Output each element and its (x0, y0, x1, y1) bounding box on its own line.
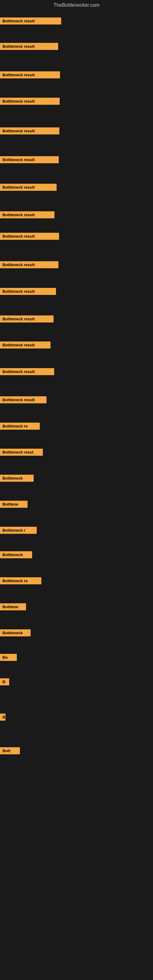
bottleneck-result-item[interactable]: Bottleneck result (0, 342, 51, 348)
bottleneck-result-item[interactable]: B (0, 678, 9, 686)
bottleneck-result-item[interactable]: Bottleneck r (0, 527, 37, 534)
bottleneck-result-item[interactable]: Bottleneck result (0, 288, 56, 295)
bottleneck-result-item[interactable]: Bottleneck result (0, 184, 57, 191)
bottleneck-result-item[interactable]: Bottleneck result (0, 98, 60, 105)
bottleneck-result-item[interactable]: Bottleneck result (0, 72, 60, 78)
bottleneck-result-item[interactable]: Bottleneck result (0, 396, 46, 403)
bottleneck-result-item[interactable]: Bottlene (0, 501, 27, 508)
bottleneck-result-item[interactable]: Bottleneck (0, 475, 33, 482)
bottleneck-result-item[interactable]: Bottleneck result (0, 18, 61, 24)
bottleneck-result-item[interactable]: Bottleneck (0, 551, 32, 558)
bottleneck-result-item[interactable]: Bottlene (0, 603, 26, 610)
bottleneck-result-item[interactable]: Bottleneck re (0, 577, 41, 584)
site-title: TheBottlenecker.com (0, 0, 153, 10)
bottleneck-result-item[interactable]: Bottleneck result (0, 315, 54, 323)
bottleneck-result-item[interactable]: Bottleneck result (0, 261, 59, 268)
bottleneck-result-item[interactable]: Bottleneck (0, 629, 30, 636)
bottleneck-result-item[interactable]: Bottleneck result (0, 156, 59, 163)
bottleneck-result-item[interactable]: Bottleneck result (0, 211, 54, 218)
bottleneck-result-item[interactable]: Bottleneck result (0, 368, 54, 375)
bottleneck-result-item[interactable]: B (0, 714, 5, 721)
bottleneck-result-item[interactable]: Bo (0, 654, 17, 661)
bottleneck-result-item[interactable]: Bottleneck re (0, 423, 40, 430)
bottleneck-result-item[interactable]: Bottleneck result (0, 43, 58, 50)
bottleneck-result-item[interactable]: Bottleneck result (0, 127, 59, 134)
bottleneck-result-item[interactable]: Bottleneck result (0, 233, 59, 240)
bottleneck-result-item[interactable]: Bottleneck resul (0, 449, 43, 456)
bottleneck-result-item[interactable]: Bott (0, 747, 20, 754)
